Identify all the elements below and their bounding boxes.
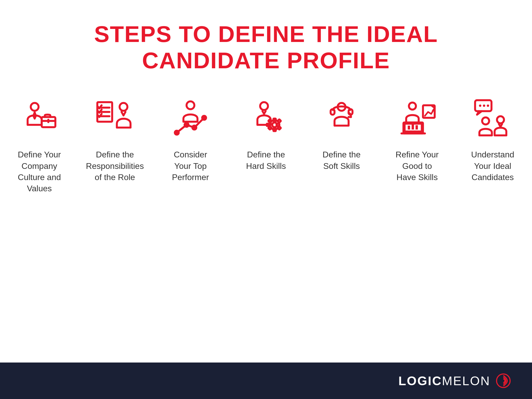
step-item-2: Define theResponsibilitiesof the Role — [85, 97, 145, 183]
step-icon-1 — [18, 97, 60, 139]
svg-point-15 — [193, 126, 196, 130]
svg-point-32 — [409, 103, 416, 110]
step-icon-4 — [245, 97, 287, 139]
svg-point-43 — [487, 105, 489, 107]
steps-container: Define YourCompanyCulture andValues — [0, 97, 532, 194]
main-title: STEPS TO DEFINE THE IDEAL CANDIDATE PROF… — [94, 21, 438, 73]
title-line1: STEPS TO DEFINE THE IDEAL — [94, 21, 438, 47]
title-line2: CANDIDATE PROFILE — [94, 47, 438, 73]
svg-point-42 — [483, 105, 485, 107]
step-label-4: Define theHard Skills — [246, 149, 286, 171]
title-section: STEPS TO DEFINE THE IDEAL CANDIDATE PROF… — [94, 21, 438, 73]
svg-point-41 — [479, 105, 481, 107]
footer-logo-text: LOGICMELON — [398, 374, 490, 388]
step-icon-3 — [170, 97, 211, 139]
footer-logo-bold: LOGIC — [398, 374, 442, 388]
svg-rect-37 — [412, 125, 414, 130]
footer: LOGICMELON — [0, 363, 532, 399]
step-icon-5 — [321, 97, 362, 139]
step-item-7: UnderstandYour IdealCandidates — [463, 97, 523, 183]
step-icon-6 — [396, 97, 438, 139]
svg-point-17 — [260, 102, 268, 110]
svg-rect-25 — [278, 119, 281, 123]
step-label-5: Define theSoft Skills — [323, 149, 361, 171]
footer-logo-icon — [496, 373, 511, 389]
step-label-7: UnderstandYour IdealCandidates — [471, 149, 514, 183]
step-item-1: Define YourCompanyCulture andValues — [9, 97, 69, 194]
step-item-3: ConsiderYour TopPerformer — [160, 97, 220, 183]
step-label-6: Refine YourGood toHave Skills — [395, 149, 438, 183]
svg-point-13 — [175, 131, 179, 135]
svg-point-8 — [120, 103, 127, 111]
svg-point-16 — [202, 116, 206, 120]
svg-rect-36 — [408, 126, 410, 130]
main-content: STEPS TO DEFINE THE IDEAL CANDIDATE PROF… — [0, 0, 532, 363]
svg-point-9 — [187, 101, 194, 109]
svg-point-14 — [185, 123, 189, 127]
step-item-4: Define theHard Skills — [236, 97, 296, 171]
step-label-3: ConsiderYour TopPerformer — [172, 149, 209, 183]
step-item-5: Define theSoft Skills — [312, 97, 372, 171]
step-icon-7 — [472, 97, 514, 139]
svg-point-45 — [497, 116, 504, 123]
footer-logo-regular: MELON — [442, 374, 490, 388]
step-item-6: Refine YourGood toHave Skills — [387, 97, 447, 183]
svg-point-0 — [31, 103, 39, 111]
step-label-1: Define YourCompanyCulture andValues — [18, 149, 61, 194]
step-label-2: Define theResponsibilitiesof the Role — [86, 149, 144, 183]
svg-rect-29 — [331, 109, 335, 115]
svg-rect-38 — [416, 125, 418, 130]
step-icon-2 — [94, 97, 136, 139]
svg-point-44 — [482, 118, 489, 125]
